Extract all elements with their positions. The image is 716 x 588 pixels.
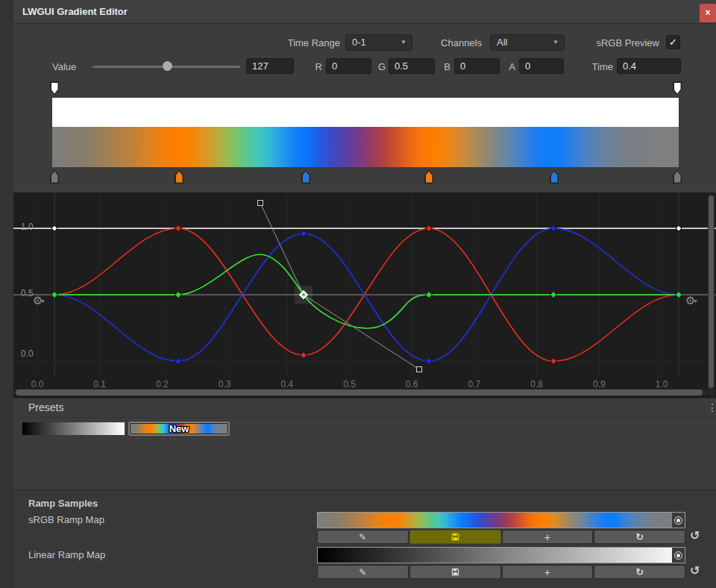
x-axis-tick-label: 0.0 <box>31 379 44 390</box>
vertical-scrollbar[interactable] <box>708 194 715 396</box>
horizontal-scrollbar-thumb[interactable] <box>16 390 703 395</box>
undo-icon: ↺ <box>690 529 700 542</box>
red-curve-key[interactable] <box>301 352 307 359</box>
curve-canvas[interactable]: 0.00.10.20.30.40.50.60.70.80.91.01.00.50… <box>13 193 716 398</box>
refresh-button[interactable]: ↻ <box>594 530 685 544</box>
alpha-key-marker[interactable] <box>673 81 682 95</box>
plus-icon: + <box>544 567 550 578</box>
object-picker-icon <box>674 551 682 560</box>
plus-icon: + <box>544 532 550 542</box>
alpha-key-marker-fill <box>674 83 681 94</box>
color-key-marker[interactable] <box>301 170 310 184</box>
color-key-marker-fill <box>303 172 310 183</box>
blue-curve-key[interactable] <box>426 358 433 365</box>
alpha-curve-key[interactable] <box>51 225 57 231</box>
revert-button[interactable]: ↺ <box>690 563 700 578</box>
save-button[interactable] <box>409 530 501 544</box>
preset-swatch-black-white[interactable] <box>22 422 125 435</box>
undo-icon: ↺ <box>690 564 700 577</box>
edit-button[interactable]: ✎ <box>317 565 409 579</box>
kebab-menu-icon[interactable]: ⋮ <box>707 401 716 413</box>
color-key-marker-fill <box>674 172 681 183</box>
x-axis-tick-label: 0.1 <box>93 379 106 390</box>
vertical-scrollbar-thumb[interactable] <box>709 196 714 388</box>
green-curve-key[interactable] <box>175 292 182 298</box>
green-curve-key[interactable] <box>51 292 58 298</box>
refresh-icon: ↻ <box>635 567 644 577</box>
x-axis-tick-label: 0.8 <box>530 379 543 390</box>
x-axis-tick-label: 0.7 <box>468 379 481 390</box>
presets-title: Presets <box>28 398 63 417</box>
y-axis-tick-label: 0.5 <box>21 288 34 298</box>
linear-ramp-preview <box>318 548 685 563</box>
horizontal-scrollbar[interactable] <box>14 389 707 396</box>
object-picker[interactable] <box>672 548 685 563</box>
curve-editor-panel[interactable]: 0.00.10.20.30.40.50.60.70.80.91.01.00.50… <box>13 193 716 398</box>
tangent-line <box>304 295 419 369</box>
color-key-marker[interactable] <box>50 170 59 184</box>
green-curve-key[interactable] <box>676 292 682 298</box>
color-key-marker[interactable] <box>673 170 682 184</box>
color-key-marker[interactable] <box>175 170 183 184</box>
x-axis-tick-label: 0.4 <box>280 379 293 390</box>
ramp-samples-title: Ramp Samples <box>28 498 98 509</box>
alpha-key-marker[interactable] <box>50 81 59 95</box>
y-axis-tick-label: 1.0 <box>21 222 34 232</box>
add-button[interactable]: + <box>502 530 594 544</box>
refresh-icon: ↻ <box>635 532 644 542</box>
red-curve-key[interactable] <box>175 225 182 232</box>
green-curve-key[interactable] <box>426 292 433 298</box>
object-picker-icon <box>674 516 682 525</box>
edit-button[interactable]: ✎ <box>317 530 409 544</box>
curve-options-gear-left[interactable]: ⚙▾ <box>33 294 44 307</box>
object-picker[interactable] <box>672 513 685 528</box>
gradient-marker-layer <box>0 0 716 194</box>
color-key-marker[interactable] <box>550 170 559 184</box>
alpha-curve-key[interactable] <box>676 225 682 231</box>
linear-ramp-object-field[interactable] <box>317 547 685 563</box>
y-axis-tick-label: 0.0 <box>21 348 34 359</box>
x-axis-tick-label: 0.9 <box>593 379 606 390</box>
color-key-marker-fill <box>51 172 58 183</box>
save-button[interactable] <box>409 565 501 579</box>
x-axis-tick-label: 0.5 <box>343 379 356 390</box>
blue-curve-key[interactable] <box>550 225 557 232</box>
x-axis-tick-label: 1.0 <box>656 379 668 390</box>
add-button[interactable]: + <box>502 565 594 579</box>
x-axis-tick-label: 0.2 <box>156 379 169 390</box>
chevron-down-icon: ▾ <box>41 298 44 304</box>
srgb-ramp-preview <box>318 513 685 528</box>
linear-ramp-map-label: Linear Ramp Map <box>28 549 105 560</box>
x-axis-tick-label: 0.6 <box>406 379 418 390</box>
alpha-key-marker-fill <box>51 83 58 94</box>
srgb-ramp-toolbar: ✎ + ↻ <box>317 530 685 544</box>
srgb-ramp-object-field[interactable] <box>317 512 685 528</box>
tangent-handle[interactable] <box>258 201 263 206</box>
red-curve-key[interactable] <box>550 358 557 365</box>
srgb-ramp-map-label: sRGB Ramp Map <box>28 514 104 525</box>
grid-layer <box>13 193 716 377</box>
revert-button[interactable]: ↺ <box>690 528 700 542</box>
refresh-button[interactable]: ↻ <box>594 565 685 579</box>
tangent-handle[interactable] <box>417 367 422 372</box>
linear-ramp-toolbar: ✎ + ↻ <box>317 565 685 579</box>
presets-header: Presets ⋮ <box>13 398 716 418</box>
pencil-icon: ✎ <box>359 533 366 542</box>
curve-options-gear-right[interactable]: ⚙▾ <box>685 294 697 307</box>
tangent-line <box>260 203 304 295</box>
green-curve-key[interactable] <box>550 292 557 298</box>
blue-curve-key[interactable] <box>301 231 307 237</box>
x-axis-tick-label: 0.3 <box>219 379 231 390</box>
floppy-save-icon <box>451 533 459 541</box>
floppy-save-icon <box>451 568 459 576</box>
axis-tick-layer: 0.00.10.20.30.40.50.60.70.80.91.01.00.50… <box>21 222 668 390</box>
gradient-editor-window: LWGUI Gradient Editor × Time Range 0-1 ▼… <box>0 0 716 588</box>
blue-curve-key[interactable] <box>175 358 182 365</box>
color-key-marker-fill <box>176 172 183 183</box>
red-curve-key[interactable] <box>426 225 433 232</box>
color-key-marker[interactable] <box>424 170 433 184</box>
color-key-marker-fill <box>551 172 558 183</box>
preset-swatch-new[interactable]: New <box>128 422 230 436</box>
curve-keys-layer <box>51 201 682 372</box>
preset-swatch-new-label: New <box>130 423 228 434</box>
